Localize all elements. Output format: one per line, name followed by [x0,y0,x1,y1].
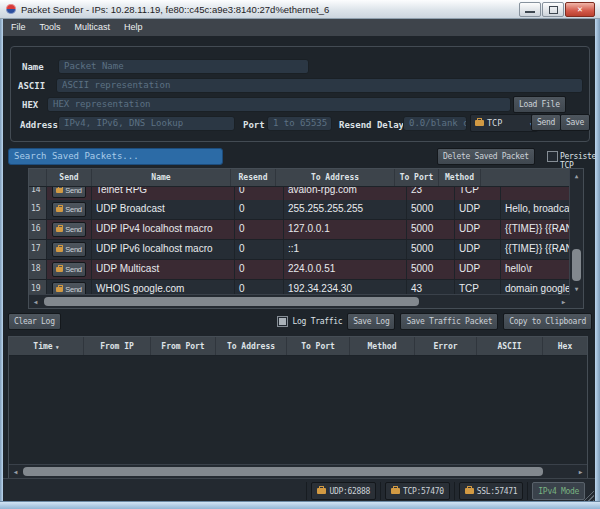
scroll-left-icon[interactable] [9,465,22,478]
scroll-right-icon[interactable] [557,295,570,308]
saved-packets-table: Send Name Resend To Address To Port Meth… [28,168,584,309]
header-time[interactable]: Time [9,337,84,355]
header-to-address[interactable]: To Address [276,169,395,186]
scroll-up-icon[interactable] [570,169,583,182]
cell-to-address: 192.34.234.30 [284,280,407,295]
table-row[interactable]: 15 Send UDP Broadcast 0 255.255.255.255 … [29,200,570,220]
udp-port-button[interactable]: UDP:62888 [311,482,376,500]
table-row[interactable]: 19 Send WHOIS google.com 0 192.34.234.30… [29,280,570,295]
scrollbar-thumb[interactable] [23,467,543,476]
packet-name-input[interactable]: Packet Name [58,59,309,74]
header-to-port[interactable]: To Port [395,169,439,186]
header-from-ip[interactable]: From IP [84,337,151,355]
header-resend[interactable]: Resend [231,169,276,186]
saved-table-horizontal-scrollbar[interactable] [29,294,570,308]
packet-sender-window: Packet Sender - IPs: 10.28.11.19, fe80::… [0,0,600,509]
cell-name: UDP IPv6 localhost macro [92,240,235,259]
window-border-right [595,18,600,509]
scroll-right-icon[interactable] [574,465,587,478]
cell-name: UDP IPv4 localhost macro [92,220,235,239]
menu-help[interactable]: Help [124,22,143,32]
load-file-button[interactable]: Load File [513,96,566,113]
search-saved-packets-input[interactable]: Search Saved Packets... [8,148,223,165]
scroll-left-icon[interactable] [29,295,42,308]
send-icon [56,287,63,292]
port-label: Port [243,120,265,130]
cell-resend: 0 [235,280,284,295]
address-input[interactable]: IPv4, IPv6, DNS Lookup [58,116,235,131]
header-to-port[interactable]: To Port [287,337,350,355]
hex-input[interactable]: HEX representation [47,97,511,112]
minimize-button[interactable] [519,2,541,17]
ascii-input[interactable]: ASCII representation [56,78,583,93]
header-to-address[interactable]: To Address [216,337,287,355]
table-row[interactable]: 16 Send UDP IPv4 localhost macro 0 127.0… [29,220,570,240]
log-table-horizontal-scrollbar[interactable] [9,464,587,478]
ssl-port-button[interactable]: SSL:57471 [459,482,524,500]
menu-file[interactable]: File [11,22,26,32]
cell-to-address: ::1 [284,240,407,259]
log-table-header: Time From IP From Port To Address To Por… [9,337,587,356]
header-method[interactable]: Method [439,169,481,186]
row-send-button[interactable]: Send [52,242,85,257]
header-rownum [29,169,47,186]
status-bar: UDP:62888 TCP:57470 SSL:57471 IPv4 Mode [3,478,595,503]
resend-delay-input[interactable]: 0.0/blank off [403,116,467,131]
save-log-button[interactable]: Save Log [347,313,395,330]
cell-to-port: 5000 [407,220,455,239]
port-input[interactable]: 1 to 65535 [267,116,332,131]
header-name[interactable]: Name [92,169,231,186]
cell-resend: 0 [235,240,284,259]
cell-ascii: {{TIME}} {{RANDOM}} [501,220,570,239]
maximize-button[interactable] [542,2,564,17]
delete-saved-packet-button[interactable]: Delete Saved Packet [437,148,535,165]
table-row[interactable]: 17 Send UDP IPv6 localhost macro 0 ::1 5… [29,240,570,260]
log-traffic-label: Log Traffic [293,317,343,326]
header-error[interactable]: Error [415,337,477,355]
send-icon [56,267,63,272]
saved-table-vertical-scrollbar[interactable] [569,169,583,295]
scrollbar-corner [570,295,583,308]
scrollbar-thumb[interactable] [44,297,419,306]
row-send-button[interactable]: Send [52,202,85,217]
cell-name: Telnet RPG [92,187,235,200]
table-row[interactable]: 18 Send UDP Multicast 0 224.0.0.51 5000 … [29,260,570,280]
header-blank [481,169,570,186]
status-separator [527,482,528,500]
header-method[interactable]: Method [350,337,415,355]
menu-multicast[interactable]: Multicast [75,22,111,32]
row-number: 17 [29,240,47,259]
row-number: 15 [29,200,47,219]
header-hex[interactable]: Hex [543,337,587,355]
cell-to-port: 5000 [407,200,455,219]
close-button[interactable] [565,2,595,17]
row-send-button[interactable]: Send [52,187,85,198]
protocol-dropdown[interactable]: TCP [470,114,538,132]
log-traffic-checkbox[interactable] [277,316,288,327]
tcp-port-button[interactable]: TCP:57470 [385,482,450,500]
cell-method: UDP [455,220,501,239]
header-from-port[interactable]: From Port [151,337,216,355]
sort-descending-icon [56,342,59,351]
cell-to-port: 43 [407,280,455,295]
row-send-button[interactable]: Send [52,222,85,237]
save-traffic-packet-button[interactable]: Save Traffic Packet [400,313,498,330]
copy-to-clipboard-button[interactable]: Copy to Clipboard [503,313,592,330]
scroll-down-icon[interactable] [570,282,583,295]
cell-ascii: hello\r [501,260,570,279]
name-label: Name [22,62,44,72]
ipv4-mode-button[interactable]: IPv4 Mode [532,482,585,500]
title-bar[interactable]: Packet Sender - IPs: 10.28.11.19, fe80::… [0,0,600,19]
menu-tools[interactable]: Tools [40,22,61,32]
header-send[interactable]: Send [47,169,92,186]
persistent-tcp-checkbox[interactable] [547,151,558,162]
send-button[interactable]: Send [531,114,561,131]
table-row[interactable]: 14 Send Telnet RPG 0 avalon-rpg.com 23 T… [29,187,570,200]
traffic-log-table: Time From IP From Port To Address To Por… [8,336,588,479]
save-button[interactable]: Save [560,114,590,131]
header-ascii[interactable]: ASCII [477,337,543,355]
clear-log-button[interactable]: Clear Log [8,313,61,330]
scrollbar-thumb[interactable] [572,249,581,281]
send-icon [56,188,63,193]
row-send-button[interactable]: Send [52,262,85,277]
